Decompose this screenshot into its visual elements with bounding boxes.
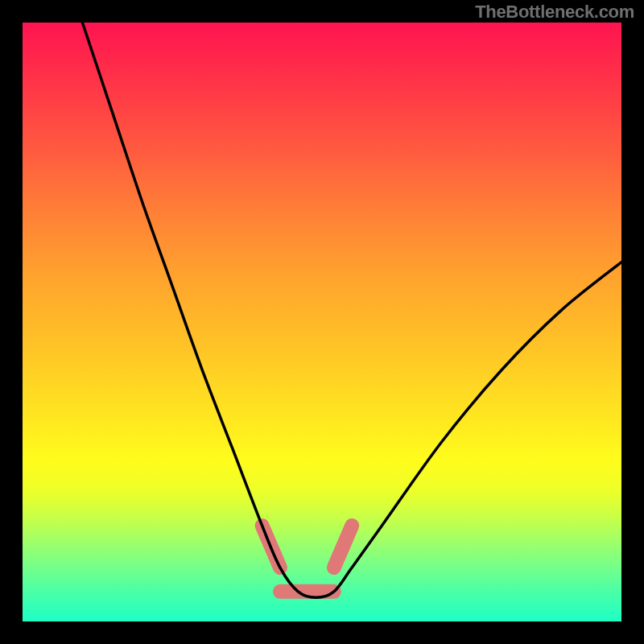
watermark-text: TheBottleneck.com xyxy=(475,2,634,23)
chart-frame: TheBottleneck.com xyxy=(0,0,644,644)
chart-canvas xyxy=(23,23,621,621)
bottleneck-curve xyxy=(82,23,621,597)
highlight-segment xyxy=(334,526,352,568)
